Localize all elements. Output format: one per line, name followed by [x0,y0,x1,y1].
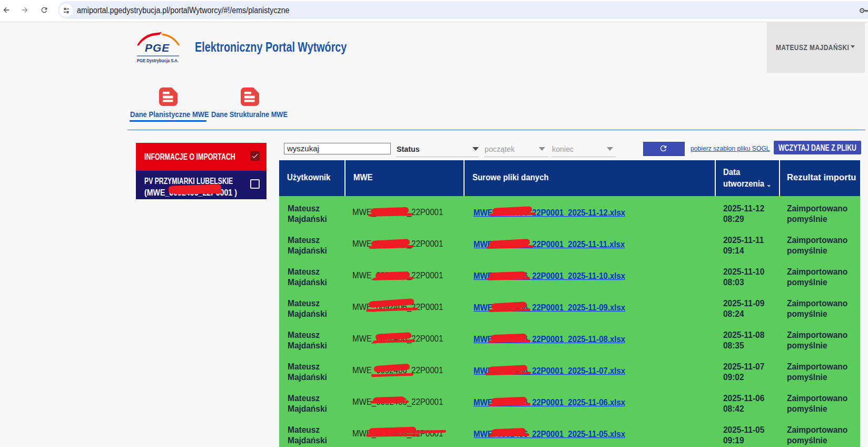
svg-text:PGE Dystrybucja S.A.: PGE Dystrybucja S.A. [137,58,179,63]
svg-text:PGE: PGE [145,42,170,54]
